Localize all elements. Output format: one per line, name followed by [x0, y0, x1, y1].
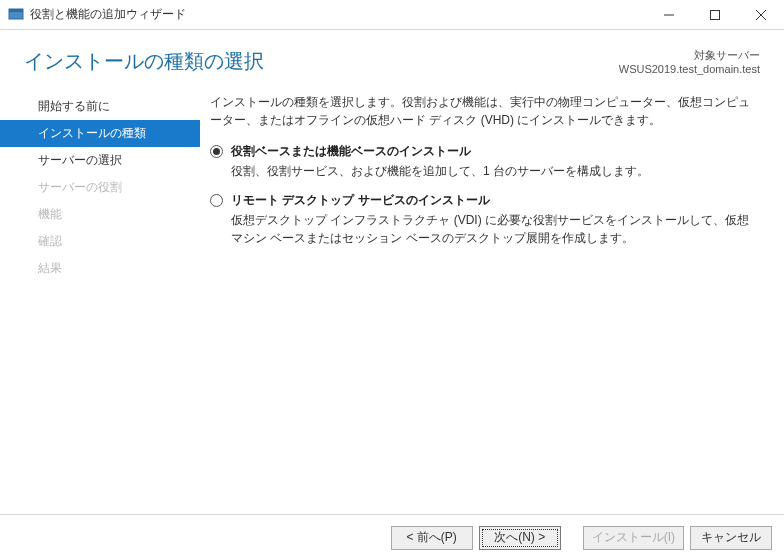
- radio-description: 仮想デスクトップ インフラストラクチャ (VDI) に必要な役割サービスをインス…: [231, 211, 760, 247]
- target-server-label: 対象サーバー: [619, 48, 760, 62]
- app-icon: [8, 7, 24, 23]
- footer: < 前へ(P) 次へ(N) > インストール(I) キャンセル: [0, 514, 784, 560]
- page-title: インストールの種類の選択: [24, 48, 619, 75]
- radio-label: リモート デスクトップ サービスのインストール: [231, 192, 760, 209]
- window-controls: [646, 0, 784, 29]
- sidebar: 開始する前に インストールの種類 サーバーの選択 サーバーの役割 機能 確認 結…: [0, 93, 200, 514]
- radio-icon: [210, 194, 223, 207]
- intro-text: インストールの種類を選択します。役割および機能は、実行中の物理コンピューター、仮…: [210, 93, 760, 129]
- target-server-box: 対象サーバー WSUS2019.test_domain.test: [619, 48, 760, 77]
- cancel-button[interactable]: キャンセル: [690, 526, 772, 550]
- install-type-radio-group: 役割ベースまたは機能ベースのインストール 役割、役割サービス、および機能を追加し…: [210, 143, 760, 247]
- radio-option-role-based[interactable]: 役割ベースまたは機能ベースのインストール 役割、役割サービス、および機能を追加し…: [210, 143, 760, 180]
- radio-icon: [210, 145, 223, 158]
- svg-rect-3: [711, 10, 720, 19]
- radio-description: 役割、役割サービス、および機能を追加して、1 台のサーバーを構成します。: [231, 162, 649, 180]
- next-button[interactable]: 次へ(N) >: [479, 526, 561, 550]
- sidebar-item-installation-type[interactable]: インストールの種類: [0, 120, 200, 147]
- prev-button[interactable]: < 前へ(P): [391, 526, 473, 550]
- minimize-button[interactable]: [646, 0, 692, 29]
- close-button[interactable]: [738, 0, 784, 29]
- titlebar: 役割と機能の追加ウィザード: [0, 0, 784, 30]
- sidebar-item-confirmation: 確認: [0, 228, 200, 255]
- sidebar-item-features: 機能: [0, 201, 200, 228]
- install-button: インストール(I): [583, 526, 684, 550]
- sidebar-item-results: 結果: [0, 255, 200, 282]
- radio-label: 役割ベースまたは機能ベースのインストール: [231, 143, 649, 160]
- sidebar-item-server-roles: サーバーの役割: [0, 174, 200, 201]
- maximize-button[interactable]: [692, 0, 738, 29]
- sidebar-item-server-selection[interactable]: サーバーの選択: [0, 147, 200, 174]
- main-panel: インストールの種類を選択します。役割および機能は、実行中の物理コンピューター、仮…: [200, 93, 784, 514]
- window-title: 役割と機能の追加ウィザード: [30, 6, 646, 23]
- target-server-name: WSUS2019.test_domain.test: [619, 62, 760, 76]
- svg-rect-1: [9, 9, 23, 12]
- radio-option-rds[interactable]: リモート デスクトップ サービスのインストール 仮想デスクトップ インフラストラ…: [210, 192, 760, 247]
- sidebar-item-before-you-begin[interactable]: 開始する前に: [0, 93, 200, 120]
